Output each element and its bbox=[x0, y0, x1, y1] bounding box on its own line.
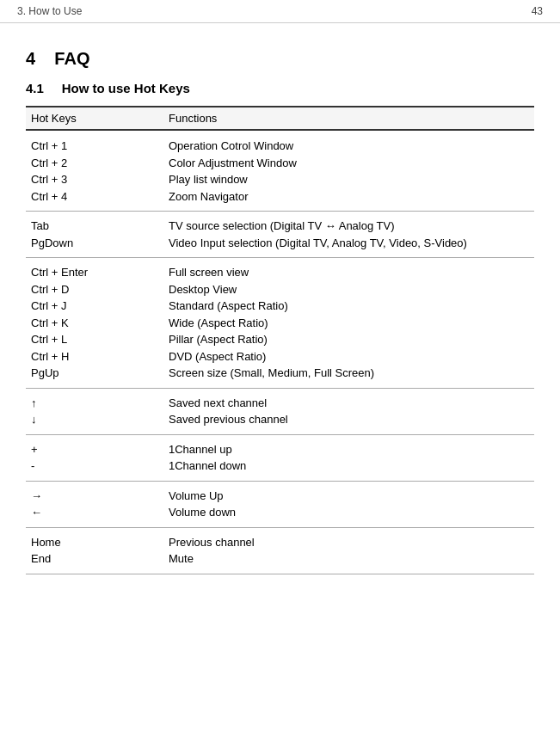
function-cell: Volume UpVolume down bbox=[163, 481, 534, 527]
function-cell: Previous channelMute bbox=[163, 527, 534, 574]
hotkeys-table: Hot Keys Functions Ctrl + 1 Ctrl + 2 Ctr… bbox=[26, 106, 534, 574]
table-row: Home EndPrevious channelMute bbox=[26, 527, 534, 574]
table-row: + -1Channel up1Channel down bbox=[26, 434, 534, 481]
table-row: ↑ ↓Saved next channelSaved previous chan… bbox=[26, 388, 534, 434]
page-header: 3. How to Use 43 bbox=[0, 0, 560, 23]
hotkey-cell: → ← bbox=[26, 481, 163, 527]
hotkey-cell: Home End bbox=[26, 527, 163, 574]
hotkey-cell: Tab PgDown bbox=[26, 212, 163, 258]
table-row: → ←Volume UpVolume down bbox=[26, 481, 534, 527]
function-cell: 1Channel up1Channel down bbox=[163, 434, 534, 481]
page-content: 4 FAQ 4.1 How to use Hot Keys Hot Keys F… bbox=[0, 23, 560, 600]
hotkey-cell: Ctrl + Enter Ctrl + D Ctrl + J Ctrl + K … bbox=[26, 258, 163, 389]
function-cell: Operation Cotrol WindowColor Adjustment … bbox=[163, 130, 534, 212]
table-row: Tab PgDownTV source selection (Digital T… bbox=[26, 212, 534, 258]
chapter-header-label: 3. How to Use bbox=[17, 5, 82, 17]
col-header-hotkeys: Hot Keys bbox=[26, 107, 163, 130]
hotkey-cell: ↑ ↓ bbox=[26, 388, 163, 434]
section-title: 4.1 How to use Hot Keys bbox=[26, 81, 534, 95]
hotkey-cell: + - bbox=[26, 434, 163, 481]
col-header-functions: Functions bbox=[163, 107, 534, 130]
function-cell: Full screen viewDesktop ViewStandard (As… bbox=[163, 258, 534, 389]
page-number: 43 bbox=[532, 5, 543, 17]
table-row: Ctrl + Enter Ctrl + D Ctrl + J Ctrl + K … bbox=[26, 258, 534, 389]
function-cell: Saved next channelSaved previous channel bbox=[163, 388, 534, 434]
chapter-title: 4 FAQ bbox=[26, 49, 534, 69]
hotkey-cell: Ctrl + 1 Ctrl + 2 Ctrl + 3 Ctrl + 4 bbox=[26, 130, 163, 212]
table-row: Ctrl + 1 Ctrl + 2 Ctrl + 3 Ctrl + 4Opera… bbox=[26, 130, 534, 212]
function-cell: TV source selection (Digital TV ↔ Analog… bbox=[163, 212, 534, 258]
